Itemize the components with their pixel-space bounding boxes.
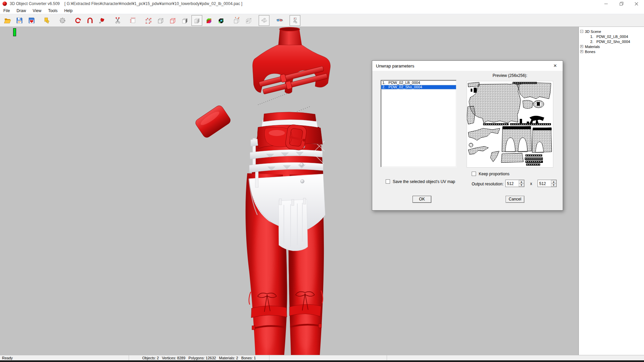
menu-bar: FileDrawViewToolsHelp (0, 7, 644, 14)
lamp-icon (291, 17, 299, 24)
tree-item-materials[interactable]: +Materials (579, 44, 644, 49)
tree-item-1-pdw-02-lb-0004[interactable]: 1. PDW_02_LB_0004 (579, 34, 644, 39)
view-edges-button[interactable] (167, 15, 178, 26)
minimize-button[interactable] (599, 0, 614, 7)
gear-icon (59, 17, 66, 24)
toolbar (0, 14, 644, 27)
minimize-icon (604, 2, 608, 6)
save-uv-label: Save the selected object's UV map (393, 179, 455, 184)
menu-item-file[interactable]: File (0, 7, 13, 14)
height-spinner-arrows: ▲ ▼ (551, 180, 556, 187)
menu-item-view[interactable]: View (29, 7, 45, 14)
copy-object-button[interactable] (42, 15, 52, 26)
cube-shaded-icon (193, 17, 201, 24)
menu-item-tools[interactable]: Tools (45, 7, 61, 14)
close-icon (635, 2, 638, 6)
lighting-button[interactable] (290, 15, 300, 26)
status-bar: Ready Objects: 2 Vertices: 8289 Polygons… (0, 355, 644, 360)
width-input[interactable] (506, 180, 519, 187)
view-wireframe-button[interactable] (155, 15, 166, 26)
view-shaded-button[interactable] (191, 15, 202, 26)
ok-button[interactable]: OK (413, 196, 431, 203)
cube-checker-icon (217, 17, 225, 24)
restore-icon (619, 2, 624, 6)
cube-vertices-icon (145, 17, 152, 24)
height-up-button[interactable]: ▲ (551, 180, 556, 183)
width-up-button[interactable]: ▲ (519, 180, 524, 183)
rotate-arc-icon (86, 17, 94, 24)
3d-glasses-icon (276, 17, 283, 24)
save-favorite-button[interactable] (26, 15, 37, 26)
scene-tree: -3D Scene1. PDW_02_LB_00042. PDW_02_Sho_… (578, 27, 644, 355)
keep-proportions-checkbox[interactable] (472, 172, 476, 176)
collapse-icon[interactable]: - (580, 30, 583, 33)
status-stats: Objects: 2 Vertices: 8289 Polygons: 1263… (129, 355, 269, 360)
save-uv-checkbox[interactable] (386, 179, 390, 184)
uv-preview (467, 81, 553, 168)
dialog-close-button[interactable]: × (548, 61, 563, 71)
transform-arrow-icon (98, 17, 106, 24)
open-file-button[interactable] (2, 15, 13, 26)
model-collar-piece (253, 28, 330, 112)
tree-item-label: 2. PDW_02_Sho_0004 (590, 40, 630, 44)
view-normals-button[interactable] (243, 15, 254, 26)
keep-proportions-label: Keep proportions (479, 172, 509, 176)
view-faces-button[interactable] (259, 15, 269, 26)
close-button[interactable] (629, 0, 644, 7)
expand-icon[interactable]: + (580, 45, 583, 48)
save-icon (16, 17, 23, 24)
uv-preview-image (467, 81, 553, 167)
tree-item-bones[interactable]: +Bones (579, 49, 644, 54)
faces-icon (260, 17, 268, 24)
cube-normals-icon (245, 17, 252, 24)
close-icon: × (554, 62, 557, 69)
copy-object-icon (43, 17, 51, 24)
rotate-object-button[interactable] (73, 15, 83, 26)
expand-icon[interactable]: + (580, 50, 583, 53)
settings-button[interactable] (57, 15, 68, 26)
status-ready: Ready (0, 355, 129, 360)
transform-object-button[interactable] (97, 15, 108, 26)
width-spinner: ▲ ▼ (505, 180, 524, 187)
height-down-button[interactable]: ▼ (551, 183, 556, 187)
view-hidden-line-button[interactable] (179, 15, 190, 26)
cube-wireframe-icon (157, 17, 164, 24)
cube-solid-icon (181, 17, 188, 24)
object-list-item[interactable]: 2. PDW_02_Sho_0004 (381, 85, 456, 89)
height-input[interactable] (538, 180, 551, 187)
save-file-button[interactable] (14, 15, 25, 26)
object-list-item[interactable]: 1. PDW_02_LB_0004 (381, 81, 456, 85)
dialog-title: Unwrap parameters (372, 63, 414, 69)
unwrap-parameters-dialog: Unwrap parameters × 1. PDW_02_LB_00042. … (372, 60, 563, 211)
output-resolution-label: Output resolution: (472, 182, 504, 186)
cube-gradient-icon (205, 17, 213, 24)
open-folder-icon (4, 17, 11, 24)
menu-item-help[interactable]: Help (61, 7, 76, 14)
view-vertices-button[interactable] (143, 15, 154, 26)
marked-box-icon (129, 17, 137, 24)
tree-item-label: Materials (585, 45, 600, 49)
view-textured-button[interactable] (216, 15, 226, 26)
window-bottom-edge (0, 360, 644, 362)
flip-object-button[interactable] (85, 15, 95, 26)
model-cuff-piece (194, 104, 232, 139)
selection-box-button[interactable] (128, 15, 138, 26)
view-points-button[interactable] (231, 15, 242, 26)
caliper-icon (114, 17, 121, 24)
width-spinner-arrows: ▲ ▼ (519, 180, 524, 187)
cancel-button[interactable]: Cancel (506, 196, 524, 203)
measure-tool-button[interactable] (112, 15, 123, 26)
model-front-cloth (278, 198, 308, 251)
width-down-button[interactable]: ▼ (519, 183, 524, 187)
object-list[interactable]: 1. PDW_02_LB_00042. PDW_02_Sho_0004 (381, 80, 457, 167)
preview-label: Preview (256x256): (467, 73, 553, 78)
tree-item-3d-scene[interactable]: -3D Scene (579, 29, 644, 34)
tree-item-2-pdw-02-sho-0004[interactable]: 2. PDW_02_Sho_0004 (579, 39, 644, 44)
view-gradient-button[interactable] (204, 15, 214, 26)
status-panel-3 (269, 355, 387, 360)
anaglyph-button[interactable] (274, 15, 285, 26)
dialog-title-bar[interactable]: Unwrap parameters × (372, 61, 563, 71)
save-heart-icon (28, 17, 35, 24)
menu-item-draw[interactable]: Draw (13, 7, 29, 14)
restore-button[interactable] (614, 0, 629, 7)
